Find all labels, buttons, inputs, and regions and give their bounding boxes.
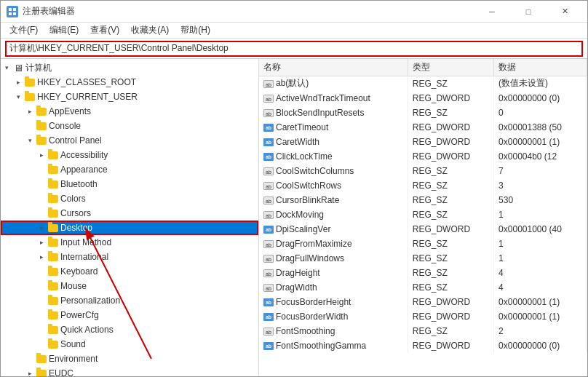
tree-arrow-appearance[interactable] xyxy=(36,162,47,177)
tree-item-bluetooth[interactable]: Bluetooth xyxy=(1,177,258,191)
tree-arrow-accessibility[interactable] xyxy=(36,148,47,162)
tree-item-powercfg[interactable]: PowerCfg xyxy=(1,308,258,322)
table-cell-type: REG_SZ xyxy=(408,164,493,178)
tree-label-powercfg: PowerCfg xyxy=(60,308,99,322)
menu-file[interactable]: 文件(F) xyxy=(4,23,44,38)
tree-item-cursors[interactable]: Cursors xyxy=(1,206,258,221)
tree-arrow-bluetooth[interactable] xyxy=(36,177,47,191)
tree-item-international[interactable]: International xyxy=(1,250,258,264)
tree-arrow-environment[interactable] xyxy=(24,352,36,366)
tree-item-mouse[interactable]: Mouse xyxy=(1,279,258,293)
tree-arrow-colors[interactable] xyxy=(36,191,47,206)
table-row[interactable]: abFontSmoothingGammaREG_DWORD0x00000000 … xyxy=(259,338,587,353)
table-row[interactable]: abFocusBorderHeightREG_DWORD0x00000001 (… xyxy=(259,295,587,309)
table-cell-type: REG_SZ xyxy=(408,266,493,280)
folder-icon-colors xyxy=(47,193,59,205)
registry-table-container[interactable]: 名称 类型 数据 abab(默认)REG_SZ(数值未设置)abActiveWn… xyxy=(259,59,587,376)
maximize-button[interactable]: □ xyxy=(512,1,545,23)
tree-arrow-current_user[interactable] xyxy=(12,90,24,104)
table-cell-type: REG_SZ xyxy=(408,106,493,120)
tree-arrow-eudc[interactable] xyxy=(24,366,36,376)
table-cell-type: REG_DWORD xyxy=(408,91,493,106)
table-cell-type: REG_SZ xyxy=(408,324,493,338)
tree-item-sound[interactable]: Sound xyxy=(1,337,258,352)
tree-arrow-quick_actions[interactable] xyxy=(36,322,47,337)
tree-item-classes_root[interactable]: HKEY_CLASSES_ROOT xyxy=(1,75,258,90)
tree-arrow-desktop[interactable] xyxy=(36,221,47,235)
tree-item-input_method[interactable]: Input Method xyxy=(1,235,258,250)
tree-arrow-personalization[interactable] xyxy=(36,293,47,308)
table-cell-name: abFontSmoothing xyxy=(259,324,408,338)
folder-icon-console xyxy=(36,120,47,132)
tree-arrow-mouse[interactable] xyxy=(36,279,47,293)
folder-icon-personalization xyxy=(47,295,59,306)
table-row[interactable]: abDragFullWindowsREG_SZ1 xyxy=(259,251,587,266)
table-row[interactable]: abDragHeightREG_SZ4 xyxy=(259,266,587,280)
tree-item-control_panel[interactable]: Control Panel xyxy=(1,133,258,148)
table-cell-type: REG_DWORD xyxy=(408,149,493,164)
tree-arrow-classes_root[interactable] xyxy=(12,75,24,90)
tree-arrow-international[interactable] xyxy=(36,250,47,264)
tree-arrow-computer[interactable] xyxy=(1,60,12,75)
folder-icon-keyboard xyxy=(47,266,59,277)
tree-item-computer[interactable]: 🖥计算机 xyxy=(1,60,258,75)
tree-arrow-control_panel[interactable] xyxy=(24,133,36,148)
close-button[interactable]: ✕ xyxy=(548,1,581,23)
tree-arrow-powercfg[interactable] xyxy=(36,308,47,322)
table-cell-data: 2 xyxy=(494,324,587,338)
tree-item-quick_actions[interactable]: Quick Actions xyxy=(1,322,258,337)
tree-label-appevents: AppEvents xyxy=(49,104,91,119)
tree-item-appearance[interactable]: Appearance xyxy=(1,162,258,177)
menu-help[interactable]: 帮助(H) xyxy=(175,23,216,38)
table-row[interactable]: abClickLockTimeREG_DWORD0x00004b0 (12 xyxy=(259,149,587,164)
tree-item-eudc[interactable]: EUDC xyxy=(1,366,258,376)
table-row[interactable]: abCoolSwitchColumnsREG_SZ7 xyxy=(259,164,587,178)
tree-arrow-cursors[interactable] xyxy=(36,206,47,221)
folder-icon-cursors xyxy=(47,207,59,219)
tree-item-accessibility[interactable]: Accessibility xyxy=(1,148,258,162)
table-row[interactable]: abFocusBorderWidthREG_DWORD0x00000001 (1… xyxy=(259,309,587,324)
minimize-button[interactable]: ─ xyxy=(475,1,509,23)
table-cell-name: abActiveWndTrackTimeout xyxy=(259,91,408,106)
tree-item-keyboard[interactable]: Keyboard xyxy=(1,264,258,279)
table-row[interactable]: abCoolSwitchRowsREG_SZ3 xyxy=(259,178,587,193)
table-cell-type: REG_DWORD xyxy=(408,120,493,135)
svg-rect-0 xyxy=(9,8,12,11)
table-row[interactable]: abCaretWidthREG_DWORD0x00000001 (1) xyxy=(259,135,587,149)
table-row[interactable]: abActiveWndTrackTimeoutREG_DWORD0x000000… xyxy=(259,91,587,106)
folder-icon-accessibility xyxy=(47,149,59,161)
tree-item-console[interactable]: Console xyxy=(1,119,258,133)
title-bar: 注册表编辑器 ─ □ ✕ xyxy=(1,1,587,23)
menu-bar: 文件(F) 编辑(E) 查看(V) 收藏夹(A) 帮助(H) xyxy=(1,23,587,39)
table-cell-data: 0x00004b0 (12 xyxy=(494,149,587,164)
tree-item-environment[interactable]: Environment xyxy=(1,352,258,366)
table-row[interactable]: abDockMovingREG_SZ1 xyxy=(259,207,587,222)
table-row[interactable]: abBlockSendInputResetsREG_SZ0 xyxy=(259,106,587,120)
menu-edit[interactable]: 编辑(E) xyxy=(44,23,84,38)
address-box[interactable]: 计算机\HKEY_CURRENT_USER\Control Panel\Desk… xyxy=(5,41,583,57)
tree-item-current_user[interactable]: HKEY_CURRENT_USER xyxy=(1,90,258,104)
table-row[interactable]: abDragFromMaximizeREG_SZ1 xyxy=(259,237,587,251)
tree-item-desktop[interactable]: Desktop xyxy=(1,221,258,235)
menu-view[interactable]: 查看(V) xyxy=(84,23,125,38)
table-row[interactable]: abFontSmoothingREG_SZ2 xyxy=(259,324,587,338)
table-row[interactable]: abDragWidthREG_SZ4 xyxy=(259,280,587,295)
tree-item-colors[interactable]: Colors xyxy=(1,191,258,206)
tree-arrow-keyboard[interactable] xyxy=(36,264,47,279)
table-cell-data: 0x00001388 (50 xyxy=(494,120,587,135)
tree-panel[interactable]: 🖥计算机HKEY_CLASSES_ROOTHKEY_CURRENT_USERAp… xyxy=(1,59,259,376)
tree-item-appevents[interactable]: AppEvents xyxy=(1,104,258,119)
tree-arrow-console[interactable] xyxy=(24,119,36,133)
main-area: 🖥计算机HKEY_CLASSES_ROOTHKEY_CURRENT_USERAp… xyxy=(1,59,587,376)
menu-favorites[interactable]: 收藏夹(A) xyxy=(125,23,175,38)
tree-arrow-appevents[interactable] xyxy=(24,104,36,119)
tree-label-cursors: Cursors xyxy=(60,206,91,221)
table-row[interactable]: abCaretTimeoutREG_DWORD0x00001388 (50 xyxy=(259,120,587,135)
table-row[interactable]: abab(默认)REG_SZ(数值未设置) xyxy=(259,76,587,91)
table-row[interactable]: abDpiScalingVerREG_DWORD0x00001000 (40 xyxy=(259,222,587,237)
tree-arrow-input_method[interactable] xyxy=(36,235,47,250)
table-row[interactable]: abCursorBlinkRateREG_SZ530 xyxy=(259,193,587,207)
tree-arrow-sound[interactable] xyxy=(36,337,47,352)
tree-item-personalization[interactable]: Personalization xyxy=(1,293,258,308)
registry-editor-window: 注册表编辑器 ─ □ ✕ 文件(F) 编辑(E) 查看(V) 收藏夹(A) 帮助… xyxy=(0,0,588,377)
